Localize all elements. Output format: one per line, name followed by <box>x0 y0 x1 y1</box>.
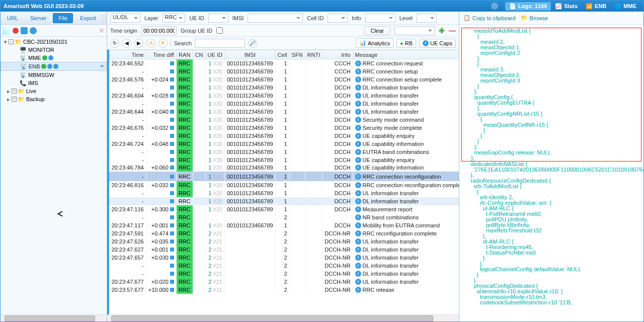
tree-live[interactable]: ▸+ 📁 Live <box>1 87 107 95</box>
table-row[interactable]: -RRC1 #200010101234567891DCCHiUE capabil… <box>110 132 459 140</box>
play-dot[interactable] <box>53 64 58 69</box>
mme-tab[interactable]: 🌐 MME <box>610 2 640 11</box>
col-sfn[interactable]: SFN <box>289 50 305 59</box>
table-row[interactable]: 20:23:46.816+0.032RRC1 #2000101012345678… <box>110 181 459 189</box>
table-row[interactable]: -RRC 2iNR band combinations <box>110 213 459 221</box>
refresh-icon[interactable]: ↻ <box>110 39 119 48</box>
server-tab[interactable]: Server <box>25 13 52 23</box>
autoscroll-icon[interactable]: ⎘ <box>158 39 168 48</box>
table-row[interactable]: 20:23:46.604+0.028RRC1 #2000101012345678… <box>110 92 459 100</box>
collapse-left-icon[interactable] <box>491 3 498 10</box>
tree-item-enb[interactable]: 📡 ENB <box>1 62 107 71</box>
table-row[interactable]: 20:23:47.627+0.001RRC2 #212DCCH-NRiDL in… <box>110 246 459 254</box>
binoculars-icon[interactable]: 🔎 <box>248 39 257 48</box>
layer-select[interactable]: RRC <box>163 14 186 23</box>
table-row[interactable]: 20:23:47.116+0.300RRC1 #2000101012345678… <box>110 205 459 213</box>
action-dot[interactable] <box>47 64 52 69</box>
close-left-icon[interactable]: ✕ <box>99 27 105 35</box>
table-row[interactable]: -RRC1 #200010101234567891DCCHiRRC connec… <box>110 172 459 181</box>
log-grid[interactable]: TimeTime diffRANCNUE IDIMSICellSFNRNTIIn… <box>107 50 459 314</box>
table-row[interactable]: -RRC1 #200010101234567891DCCHiUE capabil… <box>110 156 459 164</box>
rb-button[interactable]: ●RB <box>396 39 416 48</box>
wand-icon[interactable] <box>3 27 11 35</box>
tree-item-ims[interactable]: 📞 IMS <box>1 79 107 87</box>
table-row[interactable]: -RRC1 #200010101234567891DCCHiDL informa… <box>110 84 459 92</box>
add-filter-icon[interactable]: ✚ <box>439 27 445 35</box>
col-rnti[interactable]: RNTI <box>305 50 323 59</box>
col-imsi[interactable]: IMSI <box>224 50 275 59</box>
warning-icon[interactable]: ⚠ <box>146 39 155 48</box>
copy-button[interactable]: 📋Copy to clipboard <box>463 15 516 21</box>
table-row[interactable]: 20:23:46.784+0.060RRC1 #2000101012345678… <box>110 164 459 172</box>
ueid-select[interactable] <box>208 14 228 23</box>
table-row[interactable]: 20:23:46.724+0.048RRC1 #2000101012345678… <box>110 140 459 148</box>
col-cell[interactable]: Cell <box>275 50 289 59</box>
enb-tab[interactable]: 📶 ENB <box>582 2 610 11</box>
stop-icon[interactable] <box>13 28 19 34</box>
table-row[interactable]: 20:23:47.626+0.035RRC2 #212DCCH-NRiUL in… <box>110 237 459 246</box>
uecaps-button[interactable]: iUE Caps <box>419 39 456 48</box>
table-row[interactable]: 20:23:46.644+0.040RRC1 #2000101012345678… <box>110 108 459 116</box>
col-cn[interactable]: CN <box>193 50 205 59</box>
left-hscroll[interactable] <box>1 314 107 321</box>
clear-button[interactable]: Clear <box>364 26 390 35</box>
tree-item-mbmsgw[interactable]: 📡 MBMSGW <box>1 71 107 79</box>
table-row[interactable]: -RRC2 #212DCCH-NRiDL information transfe… <box>110 270 459 278</box>
table-row[interactable]: 20:23:57.677+10.000RRC2 #212DCCH-NRiRRC … <box>110 286 459 294</box>
table-row[interactable]: -RRC1 #200010101234567891CCCHiRRC connec… <box>110 67 459 75</box>
refresh-icon[interactable] <box>30 27 37 34</box>
table-row[interactable]: 20:23:46.676+0.032RRC1 #2000101012345678… <box>110 124 459 132</box>
imsi-select[interactable] <box>248 14 303 23</box>
node-icon: 📡 <box>20 55 27 61</box>
table-row[interactable]: -RRC1 #200010101234567891DCCHiUL informa… <box>110 189 459 197</box>
logs-tab[interactable]: 📄 Logs: 1169 <box>505 2 551 11</box>
next-icon[interactable]: ▶ <box>134 39 143 48</box>
file-tab[interactable]: File <box>53 13 73 23</box>
info-select[interactable] <box>365 14 395 23</box>
url-tab[interactable]: URL <box>2 13 24 23</box>
prev-icon[interactable]: ◀ <box>122 39 131 48</box>
tree-item-monitor[interactable]: 🖥️ MONITOR <box>1 46 107 54</box>
col-message[interactable]: Message <box>353 50 459 59</box>
col-ue-id[interactable]: UE ID <box>205 50 224 59</box>
col-info[interactable]: Info <box>323 50 353 59</box>
center-hscroll[interactable] <box>107 314 459 321</box>
file-tree[interactable]: ▾− 📁 CBC-2021050101 🖥️ MONITOR 📡 MME 📡 E <box>1 37 107 314</box>
preset-select[interactable] <box>394 26 435 35</box>
col-time[interactable]: Time <box>110 50 146 59</box>
tree-label: MONITOR <box>28 47 54 53</box>
cellid-select[interactable] <box>328 14 348 23</box>
tree-root[interactable]: ▾− 📁 CBC-2021050101 <box>1 38 107 46</box>
tree-item-mme[interactable]: 📡 MME <box>1 54 107 62</box>
group-ueid-checkbox[interactable] <box>216 27 223 34</box>
table-row[interactable]: -RRC2 #212DCCH-NRiDL information transfe… <box>110 262 459 270</box>
time-origin-input[interactable] <box>141 26 177 35</box>
remove-filter-icon[interactable]: — <box>449 27 456 35</box>
tree-label: ENB <box>29 63 40 69</box>
col-time-diff[interactable]: Time diff <box>146 50 176 59</box>
table-row[interactable]: 20:23:46.552RRC1 #200010101234567891CCCH… <box>110 59 459 67</box>
table-row[interactable]: 20:23:47.591+0.474RRC2 #212DCCH-NRiRRC r… <box>110 229 459 237</box>
clock-icon[interactable] <box>21 27 28 34</box>
search-input[interactable] <box>195 39 245 48</box>
uldl-select[interactable]: UL/DL <box>110 14 140 23</box>
detail-text[interactable]: measIdToAddModList { { measId 2, measObj… <box>459 25 643 321</box>
table-row[interactable]: -RRC1 #200010101234567891DCCHiDL informa… <box>110 100 459 108</box>
table-row[interactable]: -RRC1 #200010101234567891DCCHiDL informa… <box>110 197 459 205</box>
export-settings-icon[interactable] <box>102 15 106 22</box>
level-select[interactable] <box>417 14 437 23</box>
table-row[interactable]: -RRC1 #200010101234567891DCCHiSecurity m… <box>110 116 459 124</box>
stats-tab[interactable]: 📈 Stats <box>551 2 582 11</box>
action-dot[interactable] <box>48 55 53 60</box>
filter-icon[interactable] <box>39 27 47 35</box>
table-row[interactable]: 20:23:46.576+0.024RRC1 #2000101012345678… <box>110 75 459 84</box>
table-row[interactable]: 20:23:47.117+0.001RRC1 #2000101012345678… <box>110 221 459 229</box>
browse-button[interactable]: 📁Browse <box>521 15 548 21</box>
analytics-button[interactable]: 📊Analytics <box>356 38 393 48</box>
table-row[interactable]: 20:23:47.677+0.020RRC2 #212DCCH-NRiUL in… <box>110 278 459 286</box>
table-row[interactable]: -RRC1 #200010101234567891DCCHiEUTRA band… <box>110 148 459 156</box>
tree-backup[interactable]: ▸+ 📁 Backup <box>1 95 107 103</box>
table-row[interactable]: 20:23:47.657+0.030RRC2 #212DCCH-NRiUL in… <box>110 254 459 262</box>
col-ran[interactable]: RAN <box>176 50 193 59</box>
export-button[interactable]: Export <box>75 14 101 23</box>
